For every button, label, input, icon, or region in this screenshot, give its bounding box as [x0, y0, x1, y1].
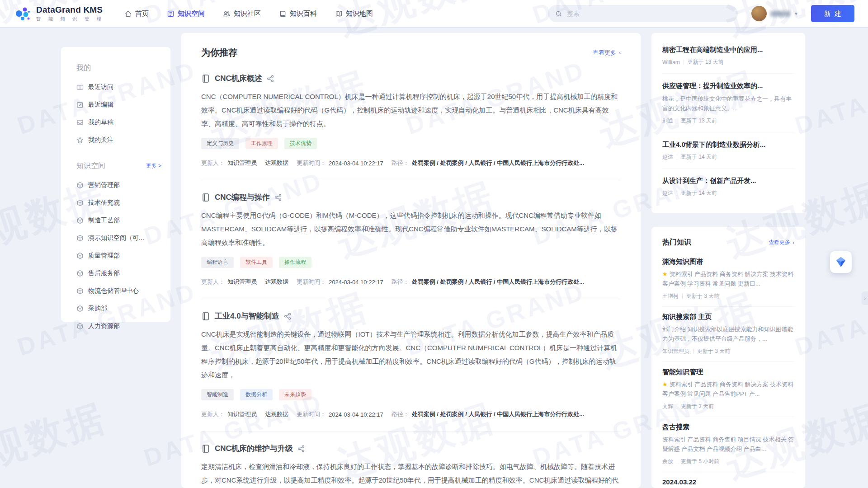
nav-label: 知识社区 — [234, 9, 261, 18]
sidebar-item-my-drafts[interactable]: 我的草稿 — [61, 113, 170, 131]
updated-time: 更新于 14 天前 — [681, 153, 717, 161]
new-button[interactable]: 新建 — [811, 5, 854, 22]
updated-time: 更新于 3 天前 — [681, 403, 714, 410]
sidebar-item-label: 最近访问 — [88, 83, 113, 91]
hot-item[interactable]: 知识搜索部 主页 部门介绍 知识搜索部以底层搜索能力和知识图谱能力为基础，不仅提… — [662, 307, 794, 362]
share-icon[interactable] — [297, 445, 305, 452]
article-card: CNC机床的维护与升级 定期清洁机床，检查润滑油和冷却液，保持机床良好的工作状态… — [201, 432, 621, 488]
article-tag[interactable]: 编程语言 — [201, 257, 234, 268]
search-input[interactable] — [567, 10, 731, 17]
chevron-right-icon: › — [793, 239, 794, 246]
article-tag[interactable]: 软件工具 — [240, 257, 273, 268]
aside-article[interactable]: 精密工程在高端制造业中的应用... William更新于 13 天前 — [662, 44, 794, 74]
nav-wiki[interactable]: 知识百科 — [279, 0, 317, 27]
article-card: 工业4.0与智能制造 CNC机床是实现智能制造的关键设备，通过物联网（IOT）技… — [201, 299, 621, 432]
article-summary: CNC机床是实现智能制造的关键设备，通过物联网（IOT）技术与生产管理系统相连。… — [201, 328, 621, 382]
article-title[interactable]: 工业4.0与智能制造 — [215, 311, 279, 321]
breadcrumb[interactable]: 处罚案例 / 处罚案例 / 人民银行 / 中国人民银行上海市分行行政处... — [412, 410, 584, 418]
sidebar-space-item[interactable]: 采购部 — [61, 300, 170, 317]
chevron-right-icon: › — [864, 296, 866, 301]
space-label: 物流仓储管理中心 — [88, 287, 139, 295]
cube-icon — [76, 199, 84, 206]
nav-home[interactable]: 首页 — [124, 0, 149, 27]
hot-item-title[interactable]: 盘古搜索 — [662, 423, 794, 432]
article-title[interactable]: CNC机床的维护与升级 — [215, 443, 293, 454]
avatar[interactable] — [751, 6, 767, 21]
aside-article-title[interactable]: 精密工程在高端制造业中的应用... — [662, 46, 794, 54]
sidebar-space-item[interactable]: 物流仓储管理中心 — [61, 282, 170, 300]
sidebar-item-my-follows[interactable]: 我的关注 — [61, 131, 170, 149]
view-more-link[interactable]: 查看更多› — [593, 49, 621, 57]
hot-item-desc: 部门介绍 知识搜索部以底层搜索能力和知识图谱能力为基础，不仅提供平台级产品服务，… — [662, 326, 793, 342]
article-tag[interactable]: 操作流程 — [279, 257, 311, 268]
nav-label: 知识地图 — [346, 9, 373, 18]
article-tag[interactable]: 未来趋势 — [279, 389, 311, 400]
article-title[interactable]: CNC编程与操作 — [215, 192, 270, 202]
edge-expand-handle[interactable]: › — [862, 291, 868, 305]
brand-logo[interactable]: DataGrand KMS 智 能 知 识 管 理 — [14, 5, 104, 23]
article-tag[interactable]: 工作原理 — [245, 138, 278, 149]
breadcrumb[interactable]: 处罚案例 / 处罚案例 / 人民银行 / 中国人民银行上海市分行行政处... — [412, 159, 584, 167]
my-section-title: 我的 — [76, 63, 91, 73]
star-icon: ★ — [662, 381, 668, 388]
nav-label: 首页 — [135, 9, 149, 18]
share-icon[interactable] — [274, 194, 282, 201]
nav-label: 知识百科 — [290, 9, 317, 18]
map-icon — [335, 10, 343, 18]
hot-item[interactable]: 渊海知识图谱 ★资料索引 产品资料 商务资料 解决方案 技术资料 客户案例 学习… — [662, 252, 794, 307]
space-label: 演示知识空间（可... — [88, 234, 144, 242]
space-label: 技术研究院 — [88, 199, 120, 207]
hot-item-desc: 资料索引 产品资料 商务资料 解决方案 技术资料 客户案例 常见问题 产品售前P… — [662, 381, 793, 397]
aside-article-title[interactable]: 工业4.0背景下的制造业数据分析... — [662, 141, 794, 149]
knowledge-space-icon — [167, 10, 175, 18]
hot-item-title[interactable]: 渊海知识图谱 — [662, 258, 794, 266]
updated-time: 更新于 13 天前 — [688, 58, 724, 66]
article-tag[interactable]: 定义与历史 — [201, 138, 239, 149]
hot-item[interactable]: 2024.03.22 代申 王军军 本周完成工作 知识图谱 【bug】排查并解决… — [662, 472, 794, 488]
aside-article[interactable]: 从设计到生产：创新产品开发... 赵达更新于 14 天前 — [662, 175, 794, 204]
hot-item-title[interactable]: 知识搜索部 主页 — [662, 313, 794, 321]
spaces-more-link[interactable]: 更多 > — [146, 162, 161, 170]
hot-item[interactable]: 盘古搜索 资料索引 产品资料 商务售前 项目情况 技术相关 答疑解惑 产品文档 … — [662, 417, 794, 472]
community-icon — [223, 10, 231, 18]
aside-article[interactable]: 工业4.0背景下的制造业数据分析... 赵达更新于 14 天前 — [662, 139, 794, 169]
share-icon[interactable] — [284, 313, 291, 320]
article-title[interactable]: CNC机床概述 — [215, 73, 262, 84]
hot-item[interactable]: 智能知识管理 ★资料索引 产品资料 商务资料 解决方案 技术资料 客户案例 常见… — [662, 362, 794, 417]
article-tag[interactable]: 智能制造 — [201, 389, 234, 400]
aside-article[interactable]: 供应链管理：提升制造业效率的... 桃花，是中国传统文化中的重要花卉之一，具有丰… — [662, 80, 794, 132]
updated-time: 更新于 3 天前 — [697, 347, 730, 355]
hot-item-desc: 资料索引 产品资料 商务售前 项目情况 技术相关 答疑解惑 产品文档 产品视频介… — [662, 436, 794, 452]
nav-community[interactable]: 知识社区 — [223, 0, 261, 27]
aside-article-title[interactable]: 从设计到生产：创新产品开发... — [662, 177, 794, 185]
sidebar-space-item[interactable]: 技术研究院 — [61, 194, 170, 211]
space-label: 质量管理部 — [88, 252, 120, 260]
nav-knowledge-space[interactable]: 知识空间 — [167, 0, 205, 27]
hot-item-title[interactable]: 2024.03.22 — [662, 478, 794, 486]
nav-map[interactable]: 知识地图 — [335, 0, 373, 27]
sidebar-space-item[interactable]: 售后服务部 — [61, 264, 170, 282]
article-tag[interactable]: 技术优势 — [284, 138, 317, 149]
user-menu[interactable]: ▼ — [751, 6, 798, 21]
assistant-widget-button[interactable] — [830, 251, 852, 273]
right-column: 精密工程在高端制造业中的应用... William更新于 13 天前 供应链管理… — [651, 33, 805, 488]
hot-item-title[interactable]: 智能知识管理 — [662, 368, 794, 376]
author: 文辉 — [662, 403, 673, 410]
sidebar-space-item[interactable]: 制造工艺部 — [61, 211, 170, 229]
article-meta: 更新人：知识管理员 达观数据 更新时间：2024-03-04 10:22:17 … — [201, 410, 621, 418]
article-tag[interactable]: 数据分析 — [240, 389, 273, 400]
sidebar-space-item[interactable]: 质量管理部 — [61, 247, 170, 264]
sidebar-space-item[interactable]: 人力资源部 — [61, 317, 170, 335]
hot-view-more-link[interactable]: 查看更多› — [769, 239, 794, 246]
meta-org: 达观数据 — [265, 159, 288, 167]
star-icon: ★ — [662, 271, 668, 277]
breadcrumb[interactable]: 处罚案例 / 处罚案例 / 人民银行 / 中国人民银行上海市分行行政处... — [412, 278, 584, 286]
sidebar-space-item[interactable]: 演示知识空间（可... — [61, 229, 170, 247]
sidebar-space-item[interactable]: 营销管理部 — [61, 176, 170, 194]
aside-article-title[interactable]: 供应链管理：提升制造业效率的... — [662, 82, 794, 90]
author: 赵达 — [662, 189, 673, 197]
hot-knowledge-panel: 热门知识 查看更多› 渊海知识图谱 ★资料索引 产品资料 商务资料 解决方案 技… — [651, 227, 805, 488]
sidebar-item-recent-edits[interactable]: 最近编辑 — [61, 96, 170, 113]
sidebar-item-recent-visits[interactable]: 最近访问 — [61, 78, 170, 96]
share-icon[interactable] — [267, 75, 274, 82]
